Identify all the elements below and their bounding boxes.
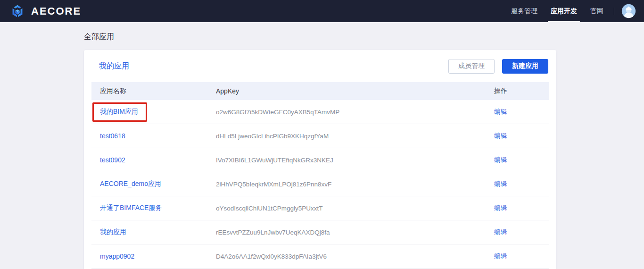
edit-link[interactable]: 编辑 bbox=[494, 108, 507, 115]
my-apps-card: 我的应用 成员管理 新建应用 应用名称 AppKey 操作 我的BIM应用 o2… bbox=[84, 50, 556, 269]
edit-link[interactable]: 编辑 bbox=[494, 228, 507, 235]
card-actions: 成员管理 新建应用 bbox=[448, 59, 548, 74]
table-row: 我的BIM应用 o2w6G8Gf7i5kDWteGFC0yAXB5qTAmvMP… bbox=[91, 100, 549, 124]
edit-link[interactable]: 编辑 bbox=[494, 156, 507, 163]
create-app-button[interactable]: 新建应用 bbox=[502, 59, 548, 74]
top-nav-menu: 服务管理 应用开发 官网 bbox=[504, 0, 636, 22]
table-row: AECORE_demo应用 2iHhVPQ5bIeqkrMXmLPOj81z6P… bbox=[91, 172, 549, 196]
table-row: test0902 IVo7XIBI6L1GWuWjUTEftqNkGRx3NKE… bbox=[91, 148, 549, 172]
user-avatar[interactable] bbox=[621, 3, 636, 19]
app-name-link[interactable]: test0902 bbox=[100, 156, 125, 164]
nav-item-service-management[interactable]: 服务管理 bbox=[504, 0, 544, 22]
app-name-highlight-box: 我的BIM应用 bbox=[92, 102, 147, 122]
table-row: myapp0902 D4A2o6AA1f2wQxl0yK833dpFAIa3jt… bbox=[91, 244, 549, 269]
brand-name: AECORE bbox=[31, 5, 81, 17]
app-name-highlight-box: myapp0902 bbox=[100, 252, 134, 260]
app-table-header: 应用名称 AppKey 操作 bbox=[91, 82, 549, 100]
aecore-cube-logo-icon bbox=[8, 2, 26, 20]
appkey-value: rEEsvvtPZZuu9LnJwbv7UeqKAXDQj8fa bbox=[216, 229, 330, 236]
table-row: 开通了BIMFACE服务 oYsodIscqllChiUN1tCPmggly5P… bbox=[91, 196, 549, 220]
app-name-link[interactable]: 我的应用 bbox=[100, 228, 126, 235]
member-management-button[interactable]: 成员管理 bbox=[448, 59, 495, 74]
app-name-highlight-box: 开通了BIMFACE服务 bbox=[100, 204, 162, 212]
edit-link[interactable]: 编辑 bbox=[494, 180, 507, 187]
app-name-link[interactable]: myapp0902 bbox=[100, 252, 134, 260]
app-name-highlight-box: test0618 bbox=[100, 132, 125, 140]
column-header-appkey: AppKey bbox=[207, 87, 486, 95]
card-title: 我的应用 bbox=[99, 61, 129, 71]
appkey-value: o2w6G8Gf7i5kDWteGFC0yAXB5qTAmvMP bbox=[216, 109, 339, 116]
app-name-highlight-box: 我的应用 bbox=[100, 228, 126, 236]
edit-link[interactable]: 编辑 bbox=[494, 204, 507, 211]
app-name-link[interactable]: test0618 bbox=[100, 132, 125, 140]
nav-divider bbox=[614, 8, 614, 15]
nav-item-app-development[interactable]: 应用开发 bbox=[544, 0, 584, 22]
appkey-value: dHLd5LjweoGIcLihcPIGb9XKHqzgfYaM bbox=[216, 133, 329, 140]
column-header-action: 操作 bbox=[486, 87, 549, 95]
app-table: 应用名称 AppKey 操作 我的BIM应用 o2w6G8Gf7i5kDWteG… bbox=[91, 82, 549, 269]
table-row: test0618 dHLd5LjweoGIcLihcPIGb9XKHqzgfYa… bbox=[91, 124, 549, 148]
appkey-value: 2iHhVPQ5bIeqkrMXmLPOj81z6Pnn8xvF bbox=[216, 181, 331, 188]
edit-link[interactable]: 编辑 bbox=[494, 132, 507, 139]
app-name-link[interactable]: 我的BIM应用 bbox=[100, 108, 138, 115]
nav-item-official-site[interactable]: 官网 bbox=[584, 0, 610, 22]
app-name-highlight-box: test0902 bbox=[100, 156, 125, 164]
appkey-value: IVo7XIBI6L1GWuWjUTEftqNkGRx3NKEJ bbox=[216, 157, 333, 164]
app-name-highlight-box: AECORE_demo应用 bbox=[100, 180, 161, 188]
table-row: 我的应用 rEEsvvtPZZuu9LnJwbv7UeqKAXDQj8fa 编辑 bbox=[91, 220, 549, 244]
app-name-link[interactable]: 开通了BIMFACE服务 bbox=[100, 204, 162, 211]
card-header: 我的应用 成员管理 新建应用 bbox=[84, 50, 556, 82]
top-navigation-bar: AECORE 服务管理 应用开发 官网 bbox=[0, 0, 644, 22]
page-content: 全部应用 我的应用 成员管理 新建应用 应用名称 AppKey 操作 我的BIM… bbox=[0, 22, 644, 269]
appkey-value: D4A2o6AA1f2wQxl0yK833dpFAIa3jtV6 bbox=[216, 253, 327, 260]
column-header-app-name: 应用名称 bbox=[91, 87, 207, 95]
brand-logo-link[interactable]: AECORE bbox=[8, 2, 81, 20]
edit-link[interactable]: 编辑 bbox=[494, 252, 507, 260]
page-title: 全部应用 bbox=[84, 32, 644, 42]
app-name-link[interactable]: AECORE_demo应用 bbox=[100, 180, 161, 187]
app-table-body: 我的BIM应用 o2w6G8Gf7i5kDWteGFC0yAXB5qTAmvMP… bbox=[91, 100, 549, 269]
appkey-value: oYsodIscqllChiUN1tCPmggly5PUxxtT bbox=[216, 205, 323, 212]
